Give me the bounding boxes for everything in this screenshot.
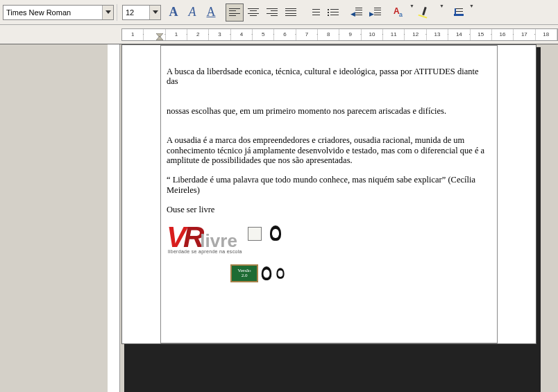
blank-line[interactable] [167,116,491,135]
ruler-mark: 6 [274,29,296,40]
chevron-down-icon [105,10,111,14]
numbered-list-button[interactable] [305,3,323,22]
italic-icon: A [189,5,196,19]
align-center-button[interactable] [244,3,262,22]
paragraph[interactable]: A busca da liberdsade econica, técnica, … [167,67,491,87]
logo-tagline: liberdade se aprende na escola [168,249,242,255]
formatting-toolbar: Times New Roman 12 A A A [0,0,558,25]
ruler-mark: 10 [362,29,383,40]
numbered-list-icon [309,8,320,17]
underline-button[interactable]: A [202,3,220,22]
svg-marker-1 [156,36,163,40]
version-number: 2.0 [242,273,248,278]
toolbar-separator [117,4,119,21]
page[interactable]: A busca da liberdsade econica, técnica, … [121,44,536,344]
italic-button[interactable]: A [183,3,201,22]
horizontal-ruler-area: 1123456789101112131415161718 [0,25,558,44]
ruler-mark: 8 [318,29,339,40]
increase-indent-icon: ▶ [370,8,381,17]
version-badge-image[interactable]: Versão 2.0 [230,264,289,282]
increase-indent-button[interactable]: ▶ [366,3,384,22]
font-size-select[interactable]: 12 [122,5,161,20]
ruler-mark: 16 [492,29,514,40]
chevron-down-icon[interactable]: ▼ [409,3,414,22]
chalkboard-icon: Versão 2.0 [230,264,258,282]
ruler-mark: 4 [231,29,253,40]
align-justify-icon [285,8,296,17]
blank-line[interactable] [167,87,491,106]
decrease-indent-button[interactable]: ◀ [348,3,366,22]
ruler-mark: 11 [383,29,405,40]
character-icon: A a [394,7,405,18]
ruler-mark: 5 [253,29,274,40]
penguin-icon [276,269,284,279]
paragraph[interactable]: A ousadia é a marca dos empreendedores e… [167,135,491,165]
vr-livre-logo-image[interactable]: V R livre liberdade se aprende na escola [167,224,289,282]
bold-icon: A [169,5,178,19]
horizontal-ruler[interactable]: 1123456789101112131415161718 [121,28,558,41]
font-name-value: Times New Roman [6,8,71,17]
vertical-ruler[interactable] [108,44,120,392]
ruler-mark: 17 [514,29,535,40]
decrease-indent-icon: ◀ [351,8,362,17]
text-frame[interactable]: A busca da liberdsade econica, técnica, … [160,45,498,343]
document-workspace[interactable]: A busca da liberdsade econica, técnica, … [0,44,558,392]
align-left-icon [229,8,240,17]
ruler-mark: 3 [209,29,230,40]
logo-letter-r: R [183,224,201,250]
ruler-mark: 7 [296,29,318,40]
paragraph[interactable]: nossas escolhas que, em um primeiro mome… [167,106,491,116]
chevron-down-icon[interactable]: ▼ [439,3,444,22]
bullet-list-icon [328,8,339,17]
paragraph[interactable]: “ Liberdade é uma palavra que todo mundo… [167,175,491,195]
logo-word-livre: livre [200,234,237,248]
font-name-dropdown-btn[interactable] [102,6,113,19]
highlight-color-button[interactable] [420,3,438,22]
character-formatting-button[interactable]: A a [390,3,408,22]
bullet-list-button[interactable] [324,3,342,22]
highlight-icon [423,7,434,17]
align-justify-button[interactable] [282,3,300,22]
chevron-down-icon[interactable]: ▼ [469,3,474,22]
ruler-mark: 9 [339,29,361,40]
ruler-mark: 18 [536,29,557,40]
blank-line[interactable] [167,165,491,175]
logo-mascot-graphic [245,224,284,260]
underline-icon: A [207,5,216,19]
align-right-button[interactable] [263,3,281,22]
paragraph-bg-icon [454,8,464,16]
font-size-dropdown-btn[interactable] [149,6,160,19]
ruler-mark: 1 [122,29,144,40]
font-name-select[interactable]: Times New Roman [3,5,114,20]
ruler-mark: 14 [448,29,470,40]
blank-line[interactable] [167,195,491,205]
penguin-icon [262,266,271,280]
align-left-button[interactable] [226,3,244,22]
ruler-mark: 12 [405,29,426,40]
ruler-mark: 13 [427,29,448,40]
align-center-icon [248,8,259,17]
paragraph[interactable]: Ouse ser livre [167,205,491,214]
align-right-icon [267,8,278,17]
bold-button[interactable]: A [164,3,183,22]
paragraph-background-button[interactable] [450,3,468,22]
indent-marker-icon[interactable] [156,33,163,40]
logo-letter-v: V [167,224,183,250]
font-size-value: 12 [126,8,134,17]
chevron-down-icon [153,10,158,14]
ruler-mark: 15 [471,29,492,40]
ruler-mark: 2 [187,29,209,40]
ruler-mark: 1 [166,29,187,40]
